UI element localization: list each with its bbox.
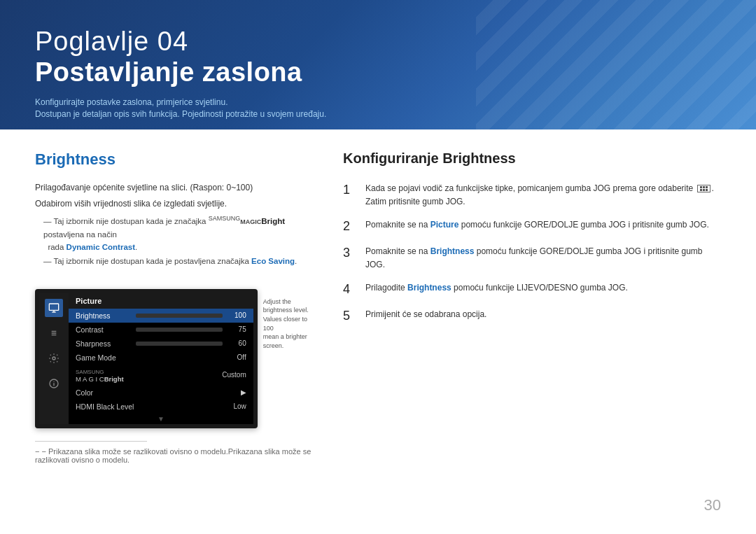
menu-item-brightness: Brightness 100 [69, 309, 253, 323]
adjust-note-container: Adjust thebrightness level.Values closer… [263, 278, 315, 428]
step-text-3: Pomaknite se na Brightness pomoću funkci… [365, 245, 721, 272]
step-2: 2 Pomaknite se na Picture pomoću funkcij… [343, 218, 721, 234]
monitor-simulation: Picture Brightness 100 Contrast 75 [35, 278, 315, 428]
monitor-display: Picture Brightness 100 Contrast 75 [39, 293, 253, 424]
step-number-5: 5 [343, 308, 356, 324]
subtitle1: Konfigurirajte postavke zaslona, primjer… [35, 97, 721, 107]
arrows-icon [45, 324, 63, 342]
step-text-4: Prilagodite Brightness pomoću funkcije L… [365, 281, 628, 295]
note1: Taj izbornik nije dostupan kada je znača… [43, 213, 315, 253]
step-number-3: 3 [343, 245, 356, 261]
grid-icon [697, 185, 710, 192]
desc2: Odabirom viših vrijednosti slika će izgl… [35, 197, 315, 211]
header-banner: Poglavlje 04 Postavljanje zaslona Konfig… [0, 0, 756, 129]
menu-item-gamemode: Game Mode Off [69, 351, 253, 365]
separator [35, 441, 147, 442]
step-3: 3 Pomaknite se na Brightness pomoću funk… [343, 245, 721, 272]
chapter-label: Poglavlje 04 [35, 27, 721, 57]
menu-header: Picture [69, 293, 253, 309]
note2: Taj izbornik nije dostupan kada je posta… [43, 255, 315, 267]
menu-item-color: Color ▶ [69, 386, 253, 400]
monitor-icon [45, 299, 63, 317]
konfig-title: Konfiguriranje Brightness [343, 150, 721, 167]
page-title: Postavljanje zaslona [35, 57, 721, 88]
step-number-1: 1 [343, 182, 356, 198]
monitor-menu: Picture Brightness 100 Contrast 75 [69, 293, 253, 424]
left-column: Brightness Prilagođavanje općenite svjet… [35, 150, 315, 464]
monitor-sidebar [39, 293, 69, 424]
menu-item-magicbright: SAMSUNGM A G I CBright Custom [69, 365, 253, 386]
steps-list: 1 Kada se pojavi vodič za funkcijske tip… [343, 182, 721, 324]
monitor-screen: Picture Brightness 100 Contrast 75 [35, 289, 258, 428]
right-column: Konfiguriranje Brightness 1 Kada se poja… [343, 150, 721, 464]
main-content: Brightness Prilagođavanje općenite svjet… [0, 129, 756, 478]
step-text-1: Kada se pojavi vodič za funkcijske tipke… [365, 182, 721, 209]
gear-icon [45, 349, 63, 367]
footer-note: − − Prikazana slika može se razlikovati … [35, 447, 315, 464]
svg-point-3 [52, 357, 55, 360]
desc1: Prilagođavanje općenite svjetline na sli… [35, 181, 315, 195]
step-1: 1 Kada se pojavi vodič za funkcijske tip… [343, 182, 721, 209]
svg-point-6 [53, 381, 54, 381]
menu-item-hdmi: HDMI Black Level Low [69, 400, 253, 414]
menu-item-sharpness: Sharpness 60 [69, 337, 253, 351]
adjust-note: Adjust thebrightness level.Values closer… [263, 297, 315, 351]
info-icon [45, 374, 63, 393]
step-number-2: 2 [343, 218, 356, 234]
step-number-4: 4 [343, 281, 356, 297]
menu-item-contrast: Contrast 75 [69, 323, 253, 337]
step-5: 5 Primijenit će se odabrana opcija. [343, 308, 721, 324]
svg-rect-0 [49, 304, 58, 310]
page-number: 30 [704, 496, 721, 514]
footer-section: − − Prikazana slika može se razlikovati … [35, 441, 315, 464]
step-text-2: Pomaknite se na Picture pomoću funkcije … [365, 218, 709, 232]
brightness-section-title: Brightness [35, 150, 315, 169]
step-4: 4 Prilagodite Brightness pomoću funkcije… [343, 281, 721, 297]
step-text-5: Primijenit će se odabrana opcija. [365, 308, 486, 321]
subtitle2: Dostupan je detaljan opis svih funkcija.… [35, 109, 721, 119]
